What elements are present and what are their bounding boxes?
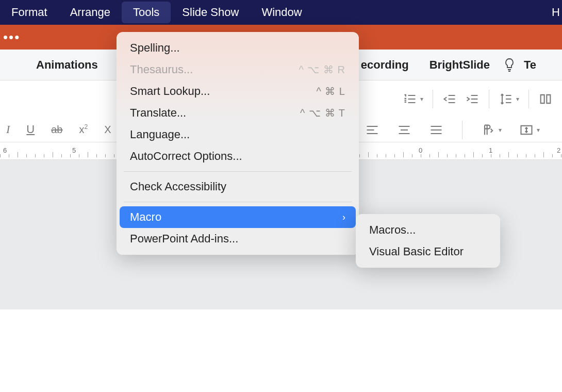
ruler-tick [403,152,404,157]
decrease-indent-icon [442,93,457,105]
menu-tools[interactable]: Tools [122,2,171,23]
numbered-list-icon [403,93,417,105]
ruler-tick [0,154,1,157]
tab-animations[interactable]: Animations [26,58,108,72]
macos-menubar: Format Arrange Tools Slide Show Window H [0,0,562,25]
align-center-button[interactable] [393,122,416,138]
submenu-item-vbe[interactable]: Visual Basic Editor [356,241,500,263]
menu-item-label: Smart Lookup... [130,85,210,98]
partial-button[interactable]: X [100,122,115,138]
lightbulb-icon [500,57,519,73]
ruler-tick [508,152,509,157]
ruler-tick [429,154,430,157]
ruler-tick [61,154,62,157]
menu-item-accessibility[interactable]: Check Accessibility [117,176,359,198]
numbered-list-button[interactable]: ▾ [399,91,427,107]
menu-item-powerpoint-addins[interactable]: PowerPoint Add-ins... [117,228,359,250]
menu-item-language[interactable]: Language... [117,124,359,145]
menu-item-label: Translate... [130,106,186,120]
menu-item-autocorrect[interactable]: AutoCorrect Options... [117,145,359,167]
menu-item-label: Thesaurus... [130,63,193,76]
italic-button[interactable]: I [2,121,14,138]
ruler-tick [491,154,491,157]
ruler-tick [53,152,53,157]
ruler-tick [500,154,500,157]
macro-submenu: Macros... Visual Basic Editor [356,214,500,268]
ruler-label: 0 [419,146,422,154]
ruler-tick [9,154,9,157]
ruler-tick [535,154,535,157]
align-text-button[interactable]: ▾ [515,122,544,138]
ruler-tick [70,154,71,157]
columns-button[interactable] [534,91,557,107]
alignment-tools: ▾ ▾ [361,121,544,139]
menu-item-label: Macros... [369,223,416,236]
align-left-button[interactable] [361,122,384,138]
ruler-tick [543,152,544,157]
text-direction-icon [481,124,495,136]
menu-item-smart-lookup[interactable]: Smart Lookup... ^ ⌘ L [117,80,359,102]
ruler-tick [96,154,97,157]
bottom-panel [0,309,562,392]
ruler-label: 6 [3,146,7,154]
ruler-tick [35,154,36,157]
ruler-label: 1 [489,146,492,154]
text-box-align-icon [519,124,534,136]
ruler-tick [44,154,44,157]
text-direction-button[interactable]: ▾ [477,122,506,138]
align-justify-icon [429,124,443,136]
menu-item-macro[interactable]: Macro › [120,206,356,228]
increase-indent-button[interactable] [461,91,484,107]
ruler-tick [552,154,553,157]
strikethrough-button[interactable]: ab [47,122,67,138]
menu-item-spelling[interactable]: Spelling... [117,37,359,59]
ruler-tick [412,154,412,157]
ruler-label: 2 [557,146,560,154]
menu-slideshow[interactable]: Slide Show [171,2,250,23]
ruler-tick [421,154,421,157]
menu-item-label: Visual Basic Editor [369,245,464,258]
ruler-label: 5 [72,146,76,154]
menu-item-label: AutoCorrect Options... [130,150,242,163]
ruler-tick [26,154,27,157]
ruler-tick [438,152,439,157]
tab-tellme-partial[interactable]: Te [519,58,547,72]
ruler-tick [465,154,465,157]
menu-item-label: PowerPoint Add-ins... [130,232,238,246]
tab-brightslide[interactable]: BrightSlide [419,58,500,72]
menu-item-thesaurus: Thesaurus... ^ ⌥ ⌘ R [117,59,359,80]
underline-button[interactable]: U [22,121,39,138]
tools-dropdown-menu: Spelling... Thesaurus... ^ ⌥ ⌘ R Smart L… [117,32,359,255]
menu-item-label: Spelling... [130,41,180,55]
ruler-tick [368,152,369,157]
titlebar-dots-icon: ••• [0,29,20,45]
align-left-icon [365,124,379,136]
menu-format[interactable]: Format [0,2,59,23]
ruler-tick [526,154,526,157]
line-spacing-icon [499,93,513,105]
menu-item-label: Language... [130,128,190,141]
ruler-tick [517,154,518,157]
align-justify-button[interactable] [425,122,448,138]
menu-window[interactable]: Window [250,2,313,23]
increase-indent-icon [465,93,480,105]
paragraph-tools-row: ▾ ▾ [399,90,557,108]
tab-recording-partial[interactable]: ecording [351,58,419,72]
ruler-tick [394,154,395,157]
menu-item-translate[interactable]: Translate... ^ ⌥ ⌘ T [117,102,359,124]
menu-item-shortcut: ^ ⌥ ⌘ T [300,107,345,119]
divider [462,121,462,139]
menu-partial-right: H [552,6,562,19]
submenu-item-macros[interactable]: Macros... [356,219,500,241]
ruler-tick [377,154,377,157]
menu-arrange[interactable]: Arrange [59,2,122,23]
ruler-tick [447,154,448,157]
chevron-down-icon: ▾ [499,126,502,134]
line-spacing-button[interactable]: ▾ [494,91,523,107]
decrease-indent-button[interactable] [438,91,461,107]
align-center-icon [397,124,411,136]
superscript-button[interactable]: x2 [75,122,92,138]
columns-icon [538,93,553,105]
chevron-right-icon: › [342,212,345,223]
ruler-tick [18,152,18,157]
